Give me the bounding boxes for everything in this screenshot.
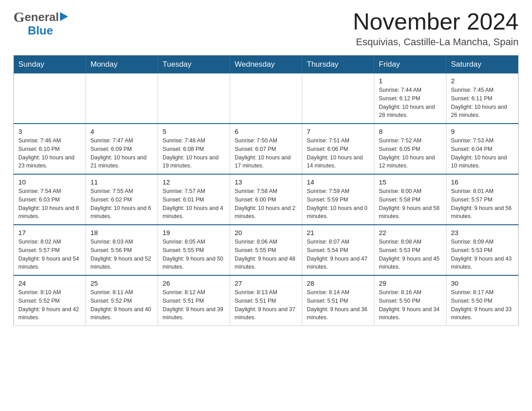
logo: G eneral: [13, 9, 68, 26]
calendar-cell: 16Sunrise: 8:01 AM Sunset: 5:57 PM Dayli…: [446, 174, 519, 225]
month-title: November 2024: [353, 9, 519, 34]
calendar-cell: 9Sunrise: 7:53 AM Sunset: 6:04 PM Daylig…: [446, 124, 519, 174]
day-info: Sunrise: 7:48 AM Sunset: 6:08 PM Dayligh…: [163, 137, 225, 170]
calendar-cell: [158, 73, 230, 124]
calendar-cell: [14, 73, 86, 124]
day-info: Sunrise: 7:57 AM Sunset: 6:01 PM Dayligh…: [163, 187, 225, 221]
day-info: Sunrise: 8:06 AM Sunset: 5:55 PM Dayligh…: [235, 238, 297, 271]
logo-blue-label: Blue: [28, 24, 53, 38]
day-of-week-header: Sunday: [14, 56, 86, 74]
day-number: 24: [18, 279, 81, 287]
day-info: Sunrise: 8:01 AM Sunset: 5:57 PM Dayligh…: [451, 187, 514, 221]
day-info: Sunrise: 8:08 AM Sunset: 5:53 PM Dayligh…: [379, 238, 442, 271]
day-of-week-header: Thursday: [302, 56, 374, 74]
day-number: 12: [163, 178, 225, 186]
logo-blue-text: Blue: [28, 24, 53, 37]
day-info: Sunrise: 7:58 AM Sunset: 6:00 PM Dayligh…: [235, 187, 297, 221]
day-number: 1: [379, 77, 442, 85]
day-info: Sunrise: 7:52 AM Sunset: 6:05 PM Dayligh…: [379, 137, 442, 170]
day-info: Sunrise: 8:10 AM Sunset: 5:52 PM Dayligh…: [18, 288, 81, 322]
calendar-cell: 21Sunrise: 8:07 AM Sunset: 5:54 PM Dayli…: [302, 225, 374, 275]
day-info: Sunrise: 8:09 AM Sunset: 5:53 PM Dayligh…: [451, 238, 514, 271]
calendar-cell: 2Sunrise: 7:45 AM Sunset: 6:11 PM Daylig…: [446, 73, 519, 124]
day-info: Sunrise: 8:14 AM Sunset: 5:51 PM Dayligh…: [307, 288, 369, 322]
day-number: 11: [90, 178, 153, 186]
day-info: Sunrise: 8:16 AM Sunset: 5:50 PM Dayligh…: [379, 288, 442, 322]
day-number: 21: [307, 229, 369, 236]
day-number: 25: [90, 279, 153, 287]
day-number: 6: [235, 128, 297, 135]
day-of-week-header: Tuesday: [158, 56, 230, 74]
day-number: 15: [379, 178, 442, 186]
calendar-week-row: 10Sunrise: 7:54 AM Sunset: 6:03 PM Dayli…: [14, 174, 519, 225]
day-info: Sunrise: 7:54 AM Sunset: 6:03 PM Dayligh…: [18, 187, 81, 221]
calendar-cell: 24Sunrise: 8:10 AM Sunset: 5:52 PM Dayli…: [14, 275, 86, 326]
calendar-header: SundayMondayTuesdayWednesdayThursdayFrid…: [14, 56, 519, 74]
calendar-cell: 4Sunrise: 7:47 AM Sunset: 6:09 PM Daylig…: [86, 124, 158, 174]
day-info: Sunrise: 7:51 AM Sunset: 6:06 PM Dayligh…: [307, 137, 369, 170]
day-info: Sunrise: 8:11 AM Sunset: 5:52 PM Dayligh…: [90, 288, 153, 322]
day-info: Sunrise: 7:46 AM Sunset: 6:10 PM Dayligh…: [18, 137, 81, 170]
day-number: 10: [18, 178, 81, 186]
day-number: 2: [451, 77, 514, 85]
day-number: 9: [451, 128, 514, 135]
day-info: Sunrise: 7:53 AM Sunset: 6:04 PM Dayligh…: [451, 137, 514, 170]
day-info: Sunrise: 7:45 AM Sunset: 6:11 PM Dayligh…: [451, 86, 514, 120]
logo-triangle-icon: [60, 12, 68, 21]
title-area: November 2024 Esquivias, Castille-La Man…: [353, 9, 519, 48]
calendar-cell: 22Sunrise: 8:08 AM Sunset: 5:53 PM Dayli…: [374, 225, 446, 275]
day-of-week-header: Monday: [86, 56, 158, 74]
calendar-cell: 28Sunrise: 8:14 AM Sunset: 5:51 PM Dayli…: [302, 275, 374, 326]
day-of-week-header: Saturday: [446, 56, 519, 74]
day-info: Sunrise: 7:50 AM Sunset: 6:07 PM Dayligh…: [235, 137, 297, 170]
day-number: 3: [18, 128, 81, 135]
day-number: 16: [451, 178, 514, 186]
day-info: Sunrise: 8:05 AM Sunset: 5:55 PM Dayligh…: [163, 238, 225, 271]
calendar-cell: 11Sunrise: 7:55 AM Sunset: 6:02 PM Dayli…: [86, 174, 158, 225]
day-of-week-header: Wednesday: [230, 56, 302, 74]
day-number: 20: [235, 229, 297, 236]
calendar-cell: 30Sunrise: 8:17 AM Sunset: 5:50 PM Dayli…: [446, 275, 519, 326]
calendar-cell: 27Sunrise: 8:13 AM Sunset: 5:51 PM Dayli…: [230, 275, 302, 326]
day-number: 19: [163, 229, 225, 236]
calendar-cell: 7Sunrise: 7:51 AM Sunset: 6:06 PM Daylig…: [302, 124, 374, 174]
day-info: Sunrise: 8:07 AM Sunset: 5:54 PM Dayligh…: [307, 238, 369, 271]
logo-g-letter: G: [13, 9, 25, 26]
day-number: 22: [379, 229, 442, 236]
calendar-cell: [302, 73, 374, 124]
calendar-cell: 17Sunrise: 8:02 AM Sunset: 5:57 PM Dayli…: [14, 225, 86, 275]
calendar-table: SundayMondayTuesdayWednesdayThursdayFrid…: [13, 55, 519, 326]
location-title: Esquivias, Castille-La Mancha, Spain: [353, 36, 519, 48]
calendar-cell: 26Sunrise: 8:12 AM Sunset: 5:51 PM Dayli…: [158, 275, 230, 326]
day-number: 30: [451, 279, 514, 287]
day-number: 13: [235, 178, 297, 186]
day-number: 29: [379, 279, 442, 287]
calendar-cell: 3Sunrise: 7:46 AM Sunset: 6:10 PM Daylig…: [14, 124, 86, 174]
calendar-week-row: 17Sunrise: 8:02 AM Sunset: 5:57 PM Dayli…: [14, 225, 519, 275]
calendar-week-row: 3Sunrise: 7:46 AM Sunset: 6:10 PM Daylig…: [14, 124, 519, 174]
day-info: Sunrise: 8:02 AM Sunset: 5:57 PM Dayligh…: [18, 238, 81, 271]
calendar-cell: 14Sunrise: 7:59 AM Sunset: 5:59 PM Dayli…: [302, 174, 374, 225]
day-number: 17: [18, 229, 81, 236]
day-number: 26: [163, 279, 225, 287]
calendar-week-row: 24Sunrise: 8:10 AM Sunset: 5:52 PM Dayli…: [14, 275, 519, 326]
calendar-cell: 5Sunrise: 7:48 AM Sunset: 6:08 PM Daylig…: [158, 124, 230, 174]
calendar-cell: 13Sunrise: 7:58 AM Sunset: 6:00 PM Dayli…: [230, 174, 302, 225]
day-info: Sunrise: 7:44 AM Sunset: 6:12 PM Dayligh…: [379, 86, 442, 120]
day-number: 14: [307, 178, 369, 186]
calendar-cell: 6Sunrise: 7:50 AM Sunset: 6:07 PM Daylig…: [230, 124, 302, 174]
calendar-cell: 20Sunrise: 8:06 AM Sunset: 5:55 PM Dayli…: [230, 225, 302, 275]
day-info: Sunrise: 7:47 AM Sunset: 6:09 PM Dayligh…: [90, 137, 153, 170]
day-number: 27: [235, 279, 297, 287]
day-info: Sunrise: 7:55 AM Sunset: 6:02 PM Dayligh…: [90, 187, 153, 221]
day-info: Sunrise: 8:13 AM Sunset: 5:51 PM Dayligh…: [235, 288, 297, 322]
calendar-cell: [86, 73, 158, 124]
calendar-cell: 12Sunrise: 7:57 AM Sunset: 6:01 PM Dayli…: [158, 174, 230, 225]
calendar-cell: 23Sunrise: 8:09 AM Sunset: 5:53 PM Dayli…: [446, 225, 519, 275]
day-info: Sunrise: 8:03 AM Sunset: 5:56 PM Dayligh…: [90, 238, 153, 271]
calendar-cell: 15Sunrise: 8:00 AM Sunset: 5:58 PM Dayli…: [374, 174, 446, 225]
calendar-cell: 29Sunrise: 8:16 AM Sunset: 5:50 PM Dayli…: [374, 275, 446, 326]
calendar-body: 1Sunrise: 7:44 AM Sunset: 6:12 PM Daylig…: [14, 73, 519, 326]
day-info: Sunrise: 8:12 AM Sunset: 5:51 PM Dayligh…: [163, 288, 225, 322]
day-number: 23: [451, 229, 514, 236]
